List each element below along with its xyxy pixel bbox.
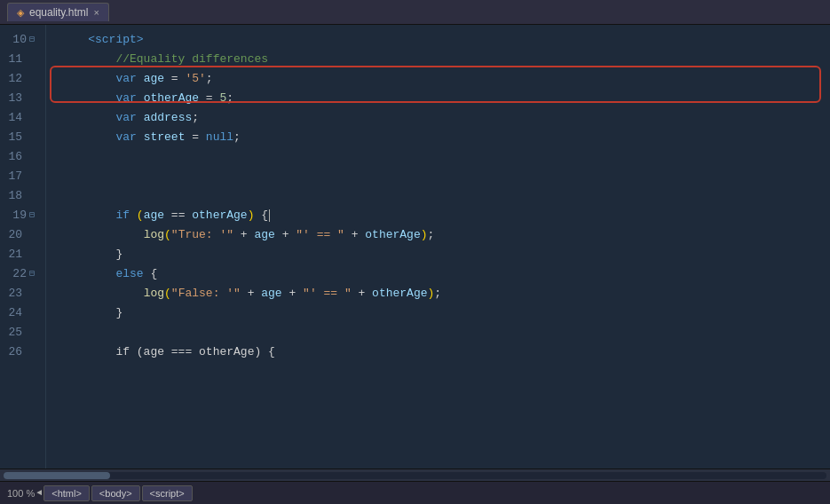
editor-wrapper: 10⊟111213141516171819⊟202122⊟23242526 <s… xyxy=(0,25,830,469)
code-line-26: if (age === otherAge) { xyxy=(46,343,830,362)
breadcrumb-script[interactable]: <script> xyxy=(142,485,193,501)
line-number-17: 17 xyxy=(0,167,38,186)
code-line-18 xyxy=(46,186,830,206)
code-line-10: <script> xyxy=(46,30,830,50)
code-line-19: if (age == otherAge) { xyxy=(46,206,830,225)
code-line-11: //Equality differences xyxy=(46,50,830,69)
code-line-23: log("False: '" + age + "' == " + otherAg… xyxy=(46,284,830,303)
code-line-20: log("True: '" + age + "' == " + otherAge… xyxy=(46,225,830,245)
code-line-21: } xyxy=(46,245,830,264)
scrollbar-thumb[interactable] xyxy=(4,472,110,479)
line-number-23: 23 xyxy=(0,284,38,303)
line-number-14: 14 xyxy=(0,108,38,128)
fold-icon-10[interactable]: ⊟ xyxy=(29,30,35,50)
code-line-22: else { xyxy=(46,264,830,284)
line-number-26: 26 xyxy=(0,343,38,362)
tab-filename: equality.html xyxy=(29,6,88,19)
line-number-20: 20 xyxy=(0,225,38,245)
line-number-22: 22⊟ xyxy=(0,264,38,284)
fold-icon-19[interactable]: ⊟ xyxy=(29,206,35,225)
zoom-label: 100 % xyxy=(7,488,35,499)
h-scrollbar[interactable] xyxy=(0,469,830,481)
file-tab[interactable]: ◈ equality.html × xyxy=(7,3,109,21)
code-line-17 xyxy=(46,167,830,186)
line-number-16: 16 xyxy=(0,147,38,167)
title-bar: ◈ equality.html × xyxy=(0,0,830,25)
line-number-21: 21 xyxy=(0,245,38,264)
breadcrumb-body[interactable]: <body> xyxy=(91,485,140,501)
code-line-13: var otherAge = 5; xyxy=(46,89,830,108)
code-line-14: var address; xyxy=(46,108,830,128)
line-number-19: 19⊟ xyxy=(0,206,38,225)
line-number-24: 24 xyxy=(0,303,38,323)
line-number-10: 10⊟ xyxy=(0,30,38,50)
close-icon[interactable]: × xyxy=(93,7,99,18)
breadcrumb-html[interactable]: <html> xyxy=(43,485,90,501)
line-number-13: 13 xyxy=(0,89,38,108)
line-number-11: 11 xyxy=(0,50,38,69)
code-line-16 xyxy=(46,147,830,167)
file-icon: ◈ xyxy=(17,7,24,19)
scrollbar-track xyxy=(4,472,826,479)
fold-icon-22[interactable]: ⊟ xyxy=(29,264,35,284)
code-line-25 xyxy=(46,323,830,343)
line-number-15: 15 xyxy=(0,128,38,147)
line-numbers: 10⊟111213141516171819⊟202122⊟23242526 xyxy=(0,25,46,469)
line-number-18: 18 xyxy=(0,186,38,206)
scroll-left-icon[interactable]: ◄ xyxy=(36,488,42,498)
code-line-15: var street = null; xyxy=(46,128,830,147)
code-area[interactable]: <script> //Equality differences var age … xyxy=(46,25,830,469)
code-line-24: } xyxy=(46,303,830,323)
line-number-25: 25 xyxy=(0,323,38,343)
code-line-12: var age = '5'; xyxy=(46,69,830,89)
breadcrumb-bar: 100 % ◄ <html> <body> <script> xyxy=(0,481,830,504)
line-number-12: 12 xyxy=(0,69,38,89)
